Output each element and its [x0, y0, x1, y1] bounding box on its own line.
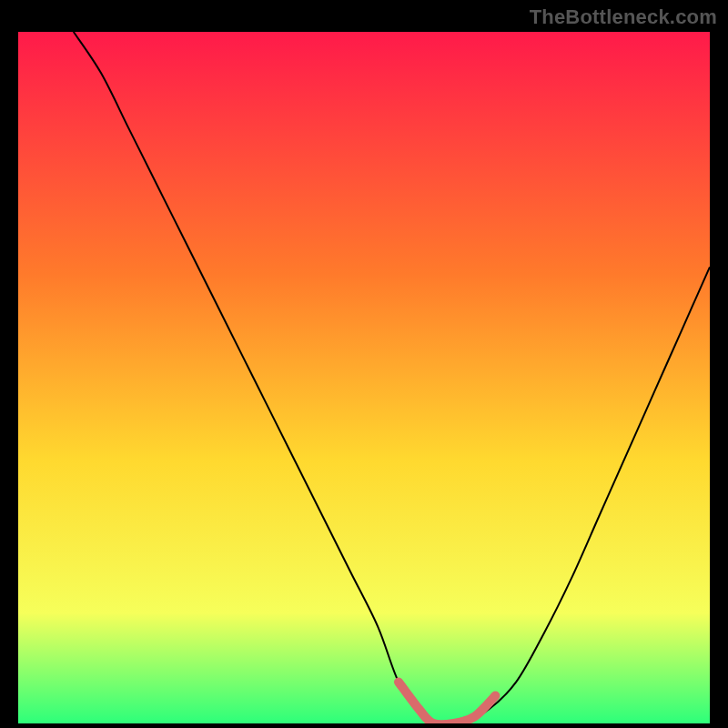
- watermark-text: TheBottleneck.com: [530, 5, 717, 29]
- plot-area: [18, 32, 710, 723]
- gradient-background: [18, 32, 710, 723]
- chart-frame: TheBottleneck.com: [0, 0, 728, 728]
- chart-svg: [18, 32, 710, 723]
